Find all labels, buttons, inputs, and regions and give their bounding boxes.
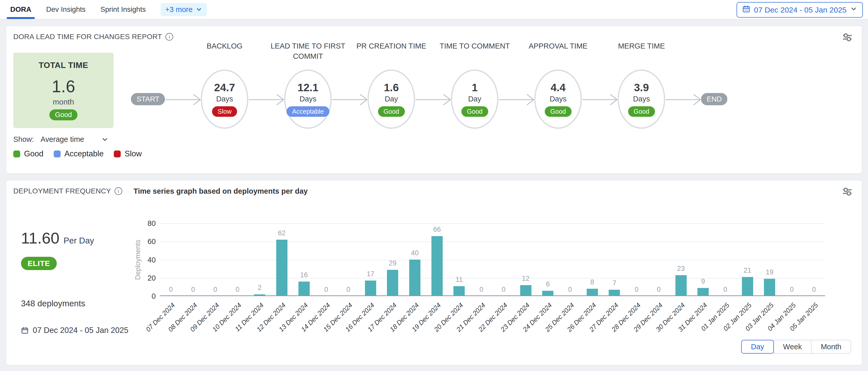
bar-value-label: 0 xyxy=(191,286,195,294)
calendar-icon xyxy=(21,327,29,334)
deployment-bar[interactable] xyxy=(675,275,687,296)
deployment-bar[interactable] xyxy=(387,270,398,296)
bar-slot-30-dec-2024: 2330 Dec 2024 xyxy=(670,223,692,296)
deployment-bar[interactable] xyxy=(764,279,775,296)
bar-slot-02-jan-2025: 2102 Jan 2025 xyxy=(736,223,758,296)
bar-slot-29-dec-2024: 029 Dec 2024 xyxy=(648,223,670,296)
status-legend: GoodAcceptableSlow xyxy=(13,149,855,159)
deployment-bar[interactable] xyxy=(431,236,443,296)
lead-time-panel-title: DORA LEAD TIME FOR CHANGES REPORT xyxy=(13,33,162,41)
bar-value-label: 0 xyxy=(236,286,239,294)
stats-date-range: 07 Dec 2024 - 05 Jan 2025 xyxy=(33,326,128,335)
bar-value-label: 19 xyxy=(766,268,773,276)
stage-name: TIME TO COMMENT xyxy=(431,41,518,51)
stage-value: 12.1 xyxy=(298,81,318,94)
tab-dora[interactable]: DORA xyxy=(10,0,31,19)
sliders-icon[interactable] xyxy=(841,32,853,43)
deployment-bar[interactable] xyxy=(276,240,287,296)
bar-value-label: 0 xyxy=(812,286,816,294)
bar-slot-15-dec-2024: 015 Dec 2024 xyxy=(337,223,360,296)
bar-value-label: 16 xyxy=(300,271,308,279)
dashboard: DORA LEAD TIME FOR CHANGES REPORT i TOTA… xyxy=(0,26,868,365)
bar-slot-18-dec-2024: 4018 Dec 2024 xyxy=(404,223,426,296)
date-range-picker[interactable]: 07 Dec 2024 - 05 Jan 2025 xyxy=(737,2,863,18)
bar-slot-19-dec-2024: 6619 Dec 2024 xyxy=(426,223,448,296)
legend-swatch xyxy=(114,150,121,158)
flow-arrow-icon xyxy=(582,93,618,108)
bar-value-label: 0 xyxy=(635,286,639,294)
stage-unit: Days xyxy=(300,95,316,103)
bar-slot-14-dec-2024: 014 Dec 2024 xyxy=(315,223,337,296)
stage-value: 4.4 xyxy=(551,81,565,94)
flow-end-pill: END xyxy=(701,93,727,105)
calendar-icon xyxy=(742,5,750,15)
granularity-month[interactable]: Month xyxy=(811,340,851,353)
info-icon[interactable]: i xyxy=(115,187,122,195)
deployment-bar[interactable] xyxy=(365,280,376,296)
elite-badge: ELITE xyxy=(21,257,57,270)
granularity-day[interactable]: Day xyxy=(741,340,774,353)
bar-slot-26-dec-2024: 826 Dec 2024 xyxy=(581,223,603,296)
legend-item-acceptable: Acceptable xyxy=(54,149,103,159)
bar-slot-01-jan-2025: 001 Jan 2025 xyxy=(714,223,737,296)
deployment-bar[interactable] xyxy=(587,289,598,296)
total-time-label: TOTAL TIME xyxy=(39,61,88,70)
stage-circle[interactable]: 3.9DaysGood xyxy=(618,69,665,129)
bar-value-label: 21 xyxy=(744,267,751,274)
legend-label: Slow xyxy=(125,149,142,159)
y-axis-title: Deployments xyxy=(134,240,142,280)
stage-circle[interactable]: 24.7DaysSlow xyxy=(201,69,248,129)
stage-value: 3.9 xyxy=(634,81,649,94)
x-axis-line xyxy=(160,295,825,296)
bar-slot-05-jan-2025: 005 Jan 2025 xyxy=(803,223,825,296)
more-tabs-label: +3 more xyxy=(165,5,193,14)
bar-slot-17-dec-2024: 2917 Dec 2024 xyxy=(381,223,404,296)
legend-swatch xyxy=(54,150,61,158)
sliders-icon[interactable] xyxy=(841,187,853,198)
flow-arrow-icon xyxy=(665,93,701,108)
bar-slot-07-dec-2024: 007 Dec 2024 xyxy=(160,223,182,296)
stage-circle[interactable]: 4.4DaysGood xyxy=(534,69,582,129)
chevron-down-icon xyxy=(196,6,202,13)
tab-sprint-insights[interactable]: Sprint Insights xyxy=(100,0,146,19)
stage-name: LEAD TIME TO FIRST COMMIT xyxy=(265,41,351,61)
date-range-text: 07 Dec 2024 - 05 Jan 2025 xyxy=(754,6,846,14)
bar-value-label: 0 xyxy=(723,286,727,294)
show-label: Show: xyxy=(13,135,34,144)
stage-circle[interactable]: 12.1DaysAcceptable xyxy=(284,69,332,129)
plot-area: 007 Dec 2024008 Dec 2024009 Dec 2024010 … xyxy=(160,223,825,296)
deployment-bar[interactable] xyxy=(454,286,465,296)
stage-value: 1.6 xyxy=(384,81,399,94)
bar-value-label: 0 xyxy=(213,286,217,294)
bar-slot-10-dec-2024: 010 Dec 2024 xyxy=(226,223,249,296)
deployment-bar[interactable] xyxy=(409,260,421,296)
chevron-down-icon xyxy=(101,136,109,143)
deployment-bar[interactable] xyxy=(742,277,753,296)
stage-pr-creation-time: PR CREATION TIME1.6DayGood xyxy=(368,41,415,129)
bar-slot-08-dec-2024: 008 Dec 2024 xyxy=(182,223,204,296)
show-value: Average time xyxy=(41,135,84,144)
stage-unit: Days xyxy=(633,95,650,103)
stage-circle[interactable]: 1DayGood xyxy=(451,69,498,129)
info-icon[interactable]: i xyxy=(165,33,173,41)
bar-slot-04-jan-2025: 004 Jan 2025 xyxy=(781,223,803,296)
bar-value-label: 0 xyxy=(568,286,572,294)
bar-value-label: 66 xyxy=(433,226,441,234)
stage-circle[interactable]: 1.6DayGood xyxy=(368,69,415,129)
show-dropdown[interactable]: Show: Average time xyxy=(13,135,131,144)
granularity-week[interactable]: Week xyxy=(773,340,812,353)
y-axis-ticks: 020406080 xyxy=(144,223,160,296)
bar-value-label: 40 xyxy=(411,249,418,257)
tab-dev-insights[interactable]: Dev Insights xyxy=(46,0,86,19)
bar-slot-22-dec-2024: 022 Dec 2024 xyxy=(493,223,515,296)
bar-value-label: 29 xyxy=(389,259,396,267)
deployment-bar[interactable] xyxy=(299,281,310,296)
stage-backlog: BACKLOG24.7DaysSlow xyxy=(201,41,248,129)
stage-name: MERGE TIME xyxy=(598,41,685,51)
legend-label: Acceptable xyxy=(64,149,103,159)
granularity-toggle: DayWeekMonth xyxy=(741,340,851,353)
total-deployments: 348 deployments xyxy=(21,299,132,308)
deployment-bar[interactable] xyxy=(698,288,709,296)
deployment-bar[interactable] xyxy=(520,285,531,296)
more-tabs-button[interactable]: +3 more xyxy=(161,3,207,16)
